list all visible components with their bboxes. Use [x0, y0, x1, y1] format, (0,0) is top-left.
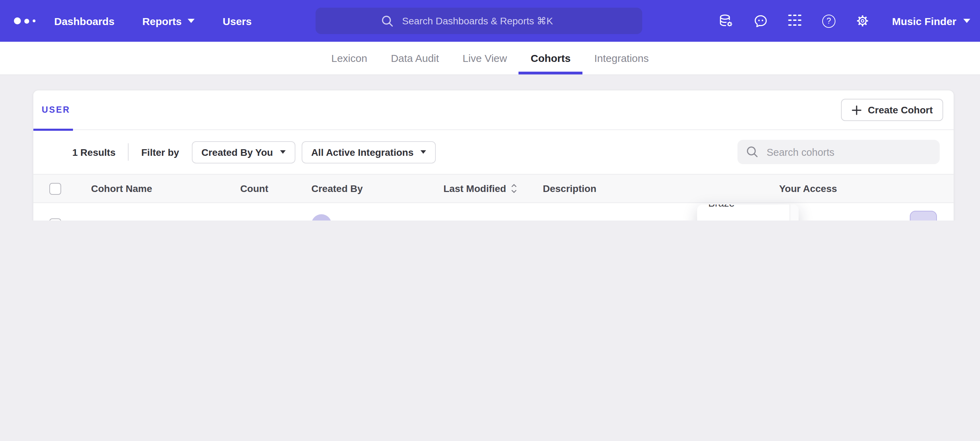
create-cohort-button[interactable]: Create Cohort — [841, 99, 943, 121]
header-last-modified[interactable]: Last Modified — [444, 174, 517, 203]
nav-item-users[interactable]: Users — [223, 15, 251, 27]
cohorts-card: USER Create Cohort 1 Results Filter by C… — [33, 90, 954, 220]
workspace-switcher[interactable]: Music Finder — [892, 15, 970, 27]
help-icon[interactable]: ? — [821, 13, 837, 29]
header-created-by[interactable]: Created By — [311, 174, 363, 203]
apps-grid-icon[interactable] — [787, 13, 802, 29]
nav-item-reports[interactable]: Reports — [142, 15, 195, 27]
active-tab-underline — [33, 129, 73, 131]
chevron-down-icon — [963, 19, 970, 23]
select-all-checkbox[interactable] — [49, 182, 61, 195]
search-icon — [380, 14, 394, 27]
avatar: SB — [311, 214, 331, 220]
divider — [128, 143, 129, 161]
cohort-count: 22,777 — [192, 203, 268, 220]
header-your-access[interactable]: Your Access — [779, 174, 837, 203]
scrollbar-track — [789, 205, 799, 220]
header-count[interactable]: Count — [192, 174, 268, 203]
row-checkbox[interactable] — [49, 218, 61, 220]
row-actions-button[interactable] — [910, 211, 937, 220]
feedback-bubble-icon[interactable] — [753, 13, 768, 29]
cohort-name-link[interactable]: Power Users — [91, 219, 149, 220]
navbar-right: ? Music Finder — [719, 0, 970, 42]
created-by-cell: SB Steven Baum — [311, 203, 399, 220]
tab-lexicon[interactable]: Lexicon — [319, 42, 379, 74]
data-gear-icon[interactable] — [719, 13, 734, 29]
workspace-name: Music Finder — [892, 15, 956, 27]
tab-live-view[interactable]: Live View — [451, 42, 519, 74]
sort-icon[interactable] — [511, 184, 517, 193]
chevron-down-icon — [420, 150, 426, 154]
header-cohort-name[interactable]: Cohort Name — [91, 174, 152, 203]
table-header: Cohort Name Count Created By Last Modifi… — [33, 174, 954, 203]
tab-integrations[interactable]: Integrations — [582, 42, 661, 74]
global-search-input[interactable] — [401, 14, 577, 27]
app-window: Dashboards Reports Users ? Music Finder — [0, 0, 980, 220]
search-icon — [746, 145, 759, 158]
filter-toolbar: 1 Results Filter by Created By You All A… — [33, 130, 954, 174]
results-count: 1 Results — [72, 146, 116, 158]
tab-cohorts[interactable]: Cohorts — [519, 42, 582, 74]
export-to-submenu: Braze Facebook Ads Google Adwords Iterab… — [697, 205, 799, 220]
nav-item-dashboards[interactable]: Dashboards — [54, 15, 115, 27]
plus-icon — [851, 105, 862, 115]
table-row[interactable]: Power Users 22,777 SB Steven Baum Jan 6,… — [33, 203, 954, 220]
export-option-braze[interactable]: Braze — [697, 205, 799, 216]
global-search-bar[interactable] — [315, 8, 642, 34]
last-modified-cell: Jan 6, 2021 — [444, 203, 496, 220]
created-by-name: Steven Baum — [339, 219, 399, 220]
chevron-down-icon — [188, 19, 195, 23]
cohort-search-input[interactable] — [765, 146, 921, 158]
user-type-tab[interactable]: USER — [42, 90, 70, 129]
top-navbar: Dashboards Reports Users ? Music Finder — [0, 0, 980, 42]
nav-links: Dashboards Reports Users — [54, 0, 251, 42]
filter-by-label: Filter by — [142, 146, 179, 158]
tab-data-audit[interactable]: Data Audit — [379, 42, 451, 74]
settings-gear-icon[interactable] — [855, 13, 870, 29]
integrations-filter-dropdown[interactable]: All Active Integrations — [301, 141, 436, 163]
card-header: USER Create Cohort — [33, 90, 954, 130]
mixpanel-logo-icon[interactable] — [14, 0, 35, 42]
created-by-filter-dropdown[interactable]: Created By You — [191, 141, 295, 163]
export-option-facebook-ads[interactable]: Facebook Ads — [697, 216, 799, 220]
chevron-down-icon — [280, 150, 285, 154]
export-options-list: Braze Facebook Ads Google Adwords Iterab… — [697, 205, 799, 220]
section-tabbar: Lexicon Data Audit Live View Cohorts Int… — [0, 42, 980, 75]
cohort-search-bar[interactable] — [737, 140, 940, 164]
header-description[interactable]: Description — [543, 174, 597, 203]
